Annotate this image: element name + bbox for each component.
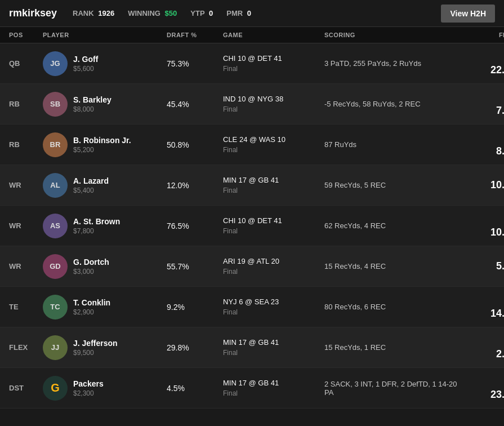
- game-info: CHI 10 @ DET 41 Final: [223, 215, 324, 237]
- draft-percentage: 12.0%: [167, 181, 223, 190]
- player-cell: JJ J. Jefferson $9,500: [43, 335, 167, 360]
- table-row: FLEX JJ J. Jefferson $9,500 29.8% MIN 17…: [0, 327, 504, 368]
- pmr-stat: PMR 0: [226, 9, 251, 17]
- avatar: GD: [43, 254, 68, 279]
- player-info: A. St. Brown $7,800: [73, 217, 120, 235]
- col-draft-pct: DRAFT %: [167, 32, 223, 38]
- player-cell: GD G. Dortch $3,000: [43, 254, 167, 279]
- players-list: QB JG J. Goff $5,600 75.3% CHI 10 @ DET …: [0, 43, 504, 409]
- ytp-stat: YTP 0: [190, 9, 213, 17]
- pmr-label: PMR: [226, 9, 243, 17]
- game-info: ARI 19 @ ATL 20 Final: [223, 256, 324, 277]
- scoring-stats: 15 RecYds, 4 REC: [324, 262, 460, 270]
- fpts-cell: ❄ 10.20: [460, 213, 504, 238]
- table-row: RB BR B. Robinson Jr. $5,200 50.8% CLE 2…: [0, 125, 504, 165]
- scoring-stats: 15 RecYds, 1 REC: [324, 343, 460, 352]
- position-label: WR: [9, 221, 43, 230]
- game-matchup: ARI 19 @ ATL 20: [223, 256, 324, 267]
- player-salary: $7,800: [73, 227, 120, 235]
- fpts-cell: 🔥 23.00: [460, 375, 504, 401]
- draft-percentage: 75.3%: [167, 59, 223, 68]
- avatar: JG: [43, 51, 68, 76]
- player-info: A. Lazard $5,400: [73, 176, 109, 194]
- position-label: WR: [9, 181, 43, 189]
- position-label: WR: [9, 262, 43, 270]
- position-label: TE: [9, 303, 43, 311]
- player-name: G. Dortch: [73, 258, 109, 267]
- player-cell: AL A. Lazard $5,400: [43, 173, 167, 198]
- col-game: GAME: [223, 32, 324, 38]
- game-info: CHI 10 @ DET 41 Final: [223, 53, 324, 74]
- game-status: Final: [223, 104, 324, 114]
- position-label: RB: [9, 140, 43, 149]
- draft-percentage: 29.8%: [167, 343, 223, 352]
- fpts-value: 8.70: [496, 145, 504, 157]
- table-row: WR AL A. Lazard $5,400 12.0% MIN 17 @ GB…: [0, 165, 504, 206]
- game-status: Final: [223, 348, 324, 358]
- table-row: WR AS A. St. Brown $7,800 76.5% CHI 10 @…: [0, 206, 504, 246]
- player-cell: AS A. St. Brown $7,800: [43, 214, 167, 238]
- player-name: A. Lazard: [73, 176, 109, 185]
- avatar: SB: [43, 92, 68, 117]
- winning-label: WINNING: [128, 9, 160, 17]
- game-status: Final: [223, 388, 324, 398]
- position-label: RB: [9, 100, 43, 108]
- view-h2h-button[interactable]: View H2H: [441, 5, 495, 23]
- game-status: Final: [223, 64, 324, 74]
- col-player: PLAYER: [43, 32, 167, 38]
- fpts-value: 14.00: [490, 308, 504, 320]
- username: rmkirksey: [9, 7, 57, 19]
- player-name: J. Goff: [73, 55, 98, 64]
- game-info: IND 10 @ NYG 38 Final: [223, 94, 324, 115]
- scoring-stats: 59 RecYds, 5 REC: [324, 181, 460, 189]
- table-row: RB SB S. Barkley $8,000 45.4% IND 10 @ N…: [0, 84, 504, 125]
- pmr-value: 0: [247, 9, 251, 17]
- fpts-cell: 🔥 22.40: [460, 51, 504, 76]
- fpts-value: 7.30: [496, 105, 504, 117]
- game-matchup: MIN 17 @ GB 41: [223, 378, 324, 389]
- avatar: AL: [43, 173, 68, 198]
- game-status: Final: [223, 307, 324, 317]
- game-status: Final: [223, 185, 324, 196]
- game-info: CLE 24 @ WAS 10 Final: [223, 134, 324, 156]
- table-row: QB JG J. Goff $5,600 75.3% CHI 10 @ DET …: [0, 43, 504, 84]
- fpts-cell: ❄ 8.70: [460, 132, 504, 157]
- player-salary: $9,500: [73, 349, 118, 357]
- header: rmkirksey RANK 1926 WINNING $50 YTP 0 PM…: [0, 0, 504, 27]
- draft-percentage: 76.5%: [167, 221, 223, 230]
- player-salary: $5,400: [73, 187, 109, 194]
- game-info: MIN 17 @ GB 41 Final: [223, 378, 324, 399]
- scoring-stats: 3 PaTD, 255 PaYds, 2 RuYds: [324, 59, 460, 68]
- draft-percentage: 9.2%: [167, 303, 223, 312]
- table-row: TE TC T. Conklin $2,900 9.2% NYJ 6 @ SEA…: [0, 287, 504, 327]
- fpts-value: 22.40: [490, 64, 504, 76]
- player-salary: $8,000: [73, 105, 111, 113]
- draft-percentage: 4.5%: [167, 384, 223, 393]
- ytp-value: 0: [209, 9, 213, 17]
- player-salary: $5,200: [73, 146, 131, 154]
- player-info: S. Barkley $8,000: [73, 95, 111, 113]
- avatar: TC: [43, 295, 68, 320]
- player-name: S. Barkley: [73, 95, 111, 104]
- draft-percentage: 45.4%: [167, 100, 223, 109]
- player-cell: TC T. Conklin $2,900: [43, 295, 167, 320]
- col-scoring: SCORING: [324, 32, 460, 38]
- player-info: G. Dortch $3,000: [73, 258, 109, 276]
- scoring-stats: 2 SACK, 3 INT, 1 DFR, 2 DefTD, 1 14-20 P…: [324, 380, 460, 397]
- game-matchup: MIN 17 @ GB 41: [223, 337, 324, 348]
- avatar: G: [43, 376, 68, 401]
- scoring-stats: 62 RecYds, 4 REC: [324, 221, 460, 230]
- player-name: B. Robinson Jr.: [73, 136, 131, 145]
- col-pos: POS: [9, 32, 43, 38]
- player-info: T. Conklin $2,900: [73, 298, 110, 316]
- game-matchup: IND 10 @ NYG 38: [223, 94, 324, 105]
- game-info: MIN 17 @ GB 41 Final: [223, 337, 324, 358]
- player-salary: $5,600: [73, 65, 98, 73]
- player-cell: G Packers $2,300: [43, 376, 167, 401]
- player-name: J. Jefferson: [73, 339, 118, 348]
- player-salary: $3,000: [73, 268, 109, 276]
- fpts-value: 5.50: [496, 260, 504, 272]
- game-matchup: CLE 24 @ WAS 10: [223, 134, 324, 145]
- player-cell: BR B. Robinson Jr. $5,200: [43, 132, 167, 157]
- fpts-cell: 5.50: [460, 260, 504, 272]
